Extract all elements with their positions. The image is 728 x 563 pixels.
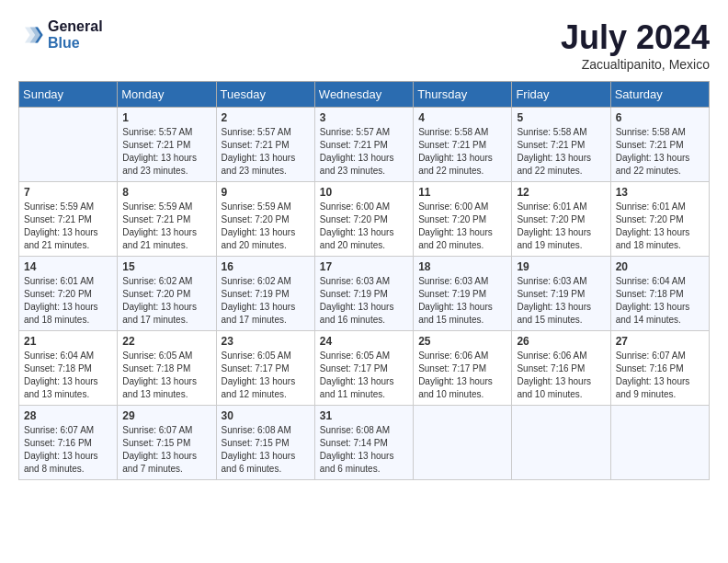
title-block: July 2024 Zacualtipanito, Mexico [561, 18, 710, 72]
day-cell: 18Sunrise: 6:03 AMSunset: 7:19 PMDayligh… [414, 257, 512, 331]
day-info: Sunrise: 6:03 AMSunset: 7:19 PMDaylight:… [418, 275, 506, 327]
day-info: Sunrise: 5:58 AMSunset: 7:21 PMDaylight:… [418, 126, 506, 178]
day-cell: 24Sunrise: 6:05 AMSunset: 7:17 PMDayligh… [314, 331, 413, 406]
day-number: 9 [222, 186, 310, 199]
day-cell: 11Sunrise: 6:00 AMSunset: 7:20 PMDayligh… [414, 182, 512, 257]
day-cell: 26Sunrise: 6:06 AMSunset: 7:16 PMDayligh… [512, 331, 610, 406]
day-number: 1 [122, 111, 210, 124]
day-info: Sunrise: 6:05 AMSunset: 7:18 PMDaylight:… [122, 350, 210, 401]
week-row-5: 28Sunrise: 6:07 AMSunset: 7:16 PMDayligh… [19, 406, 710, 480]
day-cell: 10Sunrise: 6:00 AMSunset: 7:20 PMDayligh… [314, 182, 413, 257]
day-cell: 23Sunrise: 6:05 AMSunset: 7:17 PMDayligh… [216, 331, 314, 406]
weekday-header-thursday: Thursday [414, 82, 512, 108]
day-number: 10 [320, 186, 408, 199]
weekday-header-row: SundayMondayTuesdayWednesdayThursdayFrid… [19, 82, 710, 108]
week-row-4: 21Sunrise: 6:04 AMSunset: 7:18 PMDayligh… [19, 331, 710, 406]
day-number: 24 [320, 335, 408, 348]
location: Zacualtipanito, Mexico [561, 57, 710, 72]
day-info: Sunrise: 6:01 AMSunset: 7:20 PMDaylight:… [616, 201, 704, 252]
day-number: 11 [418, 186, 506, 199]
day-info: Sunrise: 6:07 AMSunset: 7:16 PMDaylight:… [24, 424, 112, 476]
day-cell: 5Sunrise: 5:58 AMSunset: 7:21 PMDaylight… [512, 108, 610, 182]
day-number: 23 [222, 335, 310, 348]
day-cell: 14Sunrise: 6:01 AMSunset: 7:20 PMDayligh… [19, 257, 118, 331]
day-info: Sunrise: 6:02 AMSunset: 7:19 PMDaylight:… [222, 275, 310, 327]
day-cell: 7Sunrise: 5:59 AMSunset: 7:21 PMDaylight… [19, 182, 118, 257]
day-info: Sunrise: 6:00 AMSunset: 7:20 PMDaylight:… [418, 201, 506, 252]
day-info: Sunrise: 6:00 AMSunset: 7:20 PMDaylight:… [320, 201, 408, 252]
day-cell: 16Sunrise: 6:02 AMSunset: 7:19 PMDayligh… [216, 257, 314, 331]
day-info: Sunrise: 5:58 AMSunset: 7:21 PMDaylight:… [517, 126, 605, 178]
day-info: Sunrise: 6:03 AMSunset: 7:19 PMDaylight:… [320, 275, 408, 327]
day-cell: 9Sunrise: 5:59 AMSunset: 7:20 PMDaylight… [216, 182, 314, 257]
logo-icon [18, 22, 44, 48]
weekday-header-tuesday: Tuesday [216, 82, 314, 108]
day-number: 12 [517, 186, 605, 199]
day-cell: 3Sunrise: 5:57 AMSunset: 7:21 PMDaylight… [314, 108, 413, 182]
day-info: Sunrise: 6:04 AMSunset: 7:18 PMDaylight:… [616, 275, 704, 327]
weekday-header-sunday: Sunday [19, 82, 118, 108]
day-cell: 21Sunrise: 6:04 AMSunset: 7:18 PMDayligh… [19, 331, 118, 406]
day-info: Sunrise: 6:01 AMSunset: 7:20 PMDaylight:… [24, 275, 112, 327]
day-info: Sunrise: 5:57 AMSunset: 7:21 PMDaylight:… [222, 126, 310, 178]
day-cell [610, 406, 709, 480]
day-cell: 2Sunrise: 5:57 AMSunset: 7:21 PMDaylight… [216, 108, 314, 182]
day-number: 4 [418, 111, 506, 124]
day-number: 17 [320, 260, 408, 273]
day-info: Sunrise: 6:07 AMSunset: 7:16 PMDaylight:… [616, 350, 704, 401]
day-cell: 30Sunrise: 6:08 AMSunset: 7:15 PMDayligh… [216, 406, 314, 480]
day-number: 22 [122, 335, 210, 348]
day-number: 21 [24, 335, 112, 348]
weekday-header-friday: Friday [512, 82, 610, 108]
day-number: 18 [418, 260, 506, 273]
day-number: 8 [122, 186, 210, 199]
day-number: 31 [320, 409, 408, 422]
day-number: 26 [517, 335, 605, 348]
day-number: 19 [517, 260, 605, 273]
day-cell: 1Sunrise: 5:57 AMSunset: 7:21 PMDaylight… [118, 108, 216, 182]
day-cell: 6Sunrise: 5:58 AMSunset: 7:21 PMDaylight… [610, 108, 709, 182]
day-cell: 28Sunrise: 6:07 AMSunset: 7:16 PMDayligh… [19, 406, 118, 480]
day-number: 20 [616, 260, 704, 273]
day-number: 14 [24, 260, 112, 273]
day-number: 27 [616, 335, 704, 348]
week-row-3: 14Sunrise: 6:01 AMSunset: 7:20 PMDayligh… [19, 257, 710, 331]
day-info: Sunrise: 6:05 AMSunset: 7:17 PMDaylight:… [222, 350, 310, 401]
day-number: 29 [122, 409, 210, 422]
day-cell: 25Sunrise: 6:06 AMSunset: 7:17 PMDayligh… [414, 331, 512, 406]
week-row-1: 1Sunrise: 5:57 AMSunset: 7:21 PMDaylight… [19, 108, 710, 182]
day-cell: 17Sunrise: 6:03 AMSunset: 7:19 PMDayligh… [314, 257, 413, 331]
day-info: Sunrise: 5:57 AMSunset: 7:21 PMDaylight:… [122, 126, 210, 178]
day-info: Sunrise: 5:59 AMSunset: 7:20 PMDaylight:… [222, 201, 310, 252]
day-cell: 4Sunrise: 5:58 AMSunset: 7:21 PMDaylight… [414, 108, 512, 182]
day-number: 3 [320, 111, 408, 124]
day-info: Sunrise: 6:08 AMSunset: 7:14 PMDaylight:… [320, 424, 408, 476]
page-header: General Blue July 2024 Zacualtipanito, M… [18, 18, 710, 72]
weekday-header-wednesday: Wednesday [314, 82, 413, 108]
day-cell: 15Sunrise: 6:02 AMSunset: 7:20 PMDayligh… [118, 257, 216, 331]
day-number: 5 [517, 111, 605, 124]
day-number: 30 [222, 409, 310, 422]
day-number: 6 [616, 111, 704, 124]
day-info: Sunrise: 6:08 AMSunset: 7:15 PMDaylight:… [222, 424, 310, 476]
day-cell: 8Sunrise: 5:59 AMSunset: 7:21 PMDaylight… [118, 182, 216, 257]
day-number: 13 [616, 186, 704, 199]
logo: General Blue [18, 18, 103, 51]
day-info: Sunrise: 6:03 AMSunset: 7:19 PMDaylight:… [517, 275, 605, 327]
day-cell: 22Sunrise: 6:05 AMSunset: 7:18 PMDayligh… [118, 331, 216, 406]
day-number: 2 [222, 111, 310, 124]
day-info: Sunrise: 5:59 AMSunset: 7:21 PMDaylight:… [122, 201, 210, 252]
calendar-table: SundayMondayTuesdayWednesdayThursdayFrid… [18, 81, 710, 480]
day-info: Sunrise: 6:05 AMSunset: 7:17 PMDaylight:… [320, 350, 408, 401]
day-info: Sunrise: 6:02 AMSunset: 7:20 PMDaylight:… [122, 275, 210, 327]
day-cell: 12Sunrise: 6:01 AMSunset: 7:20 PMDayligh… [512, 182, 610, 257]
day-info: Sunrise: 6:04 AMSunset: 7:18 PMDaylight:… [24, 350, 112, 401]
day-number: 25 [418, 335, 506, 348]
day-cell: 27Sunrise: 6:07 AMSunset: 7:16 PMDayligh… [610, 331, 709, 406]
day-cell: 20Sunrise: 6:04 AMSunset: 7:18 PMDayligh… [610, 257, 709, 331]
day-number: 15 [122, 260, 210, 273]
day-number: 28 [24, 409, 112, 422]
day-number: 16 [222, 260, 310, 273]
day-number: 7 [24, 186, 112, 199]
day-info: Sunrise: 5:57 AMSunset: 7:21 PMDaylight:… [320, 126, 408, 178]
